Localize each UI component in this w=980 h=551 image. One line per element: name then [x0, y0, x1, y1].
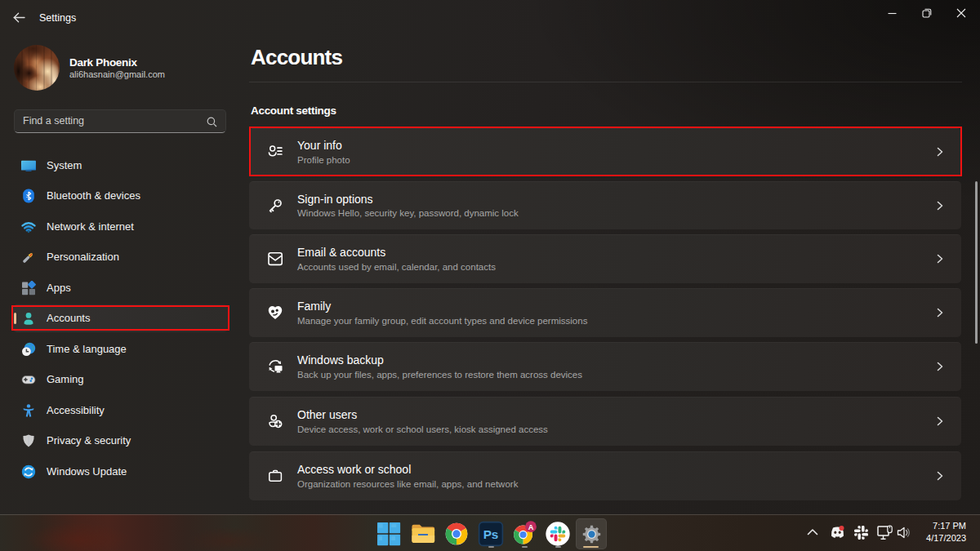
svg-text:Ps: Ps	[483, 527, 499, 541]
svg-text:A: A	[528, 523, 534, 531]
